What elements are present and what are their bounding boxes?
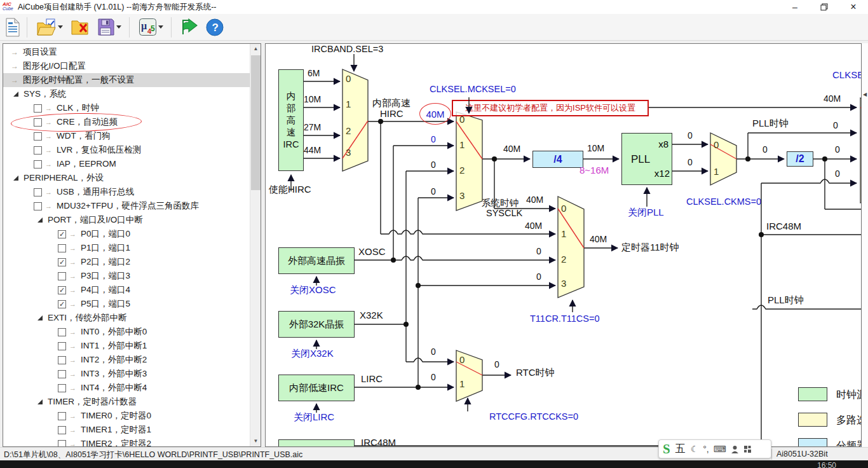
- divider-2-box[interactable]: /2: [787, 151, 813, 167]
- tree-item-8[interactable]: →IAP，EEPROM: [3, 157, 250, 171]
- label-ircband-sel: IRCBAND.SEL=3: [311, 44, 383, 54]
- tree-item-25[interactable]: TIMER，定时器/计数器: [3, 395, 250, 409]
- new-document-icon: [5, 18, 20, 37]
- keil-dropdown-arrow[interactable]: [158, 25, 163, 31]
- tree-item-13[interactable]: ✓→P0口，端口0: [3, 227, 250, 241]
- minimize-button[interactable]: –: [780, 0, 810, 14]
- tree-item-12[interactable]: PORT，端口及I/O口中断: [3, 213, 250, 227]
- item-checkbox[interactable]: [58, 342, 66, 350]
- value-8-16m: 8~16M: [580, 165, 609, 176]
- item-checkbox[interactable]: [34, 104, 42, 113]
- expand-triangle-icon[interactable]: [13, 92, 18, 97]
- person-icon[interactable]: [731, 445, 739, 453]
- ime-mode-wubi[interactable]: 五: [675, 443, 686, 456]
- tree-item-17[interactable]: ✓→P4口，端口4: [3, 283, 250, 297]
- tree-item-23[interactable]: →INT3，外部中断3: [3, 367, 250, 381]
- tree-item-3[interactable]: SYS，系统: [3, 87, 250, 101]
- tree-item-14[interactable]: →P1口，端口1: [3, 241, 250, 255]
- x32k-source-box[interactable]: 外部32K晶振: [278, 311, 355, 338]
- open-dropdown-arrow[interactable]: [58, 25, 63, 31]
- item-checkbox[interactable]: [34, 188, 42, 196]
- save-project-button[interactable]: [95, 16, 125, 39]
- tree-item-1[interactable]: →图形化I/O口配置: [3, 59, 250, 73]
- xosc-source-box[interactable]: 外部高速晶振: [278, 247, 355, 274]
- close-project-button[interactable]: [69, 16, 92, 39]
- tree-item-27[interactable]: →TIMER1，定时器1: [3, 423, 250, 437]
- divider-4-box[interactable]: /4: [532, 151, 583, 168]
- expand-triangle-icon[interactable]: [13, 176, 18, 181]
- hirc-source-box[interactable]: 内 部 高 速 IRC: [278, 69, 304, 171]
- tree-scrollbar[interactable]: ▲ ▼: [250, 44, 261, 446]
- tree-item-5[interactable]: →CRE，自动追频: [3, 115, 250, 129]
- item-arrow-icon: →: [69, 412, 76, 420]
- moon-icon[interactable]: ☾: [691, 444, 699, 454]
- expand-triangle-icon[interactable]: [37, 217, 43, 223]
- expand-triangle-icon[interactable]: [37, 315, 43, 320]
- item-checkbox[interactable]: [58, 426, 66, 434]
- tree-item-9[interactable]: PERIPHERAL，外设: [3, 171, 250, 185]
- item-checkbox[interactable]: ✓: [58, 286, 66, 294]
- scroll-down-arrow[interactable]: ▼: [250, 436, 261, 446]
- tree-item-4[interactable]: →CLK，时钟: [3, 101, 250, 115]
- scrollbar-thumb[interactable]: [251, 55, 261, 190]
- item-checkbox[interactable]: [58, 384, 66, 392]
- tree-item-0[interactable]: →项目设置: [3, 45, 250, 59]
- irc48m-source-box[interactable]: [278, 439, 355, 447]
- item-checkbox[interactable]: [34, 202, 42, 210]
- punctuation-icon[interactable]: °,: [703, 444, 709, 454]
- tree-item-2[interactable]: →图形化时钟配置，一般不设置: [3, 73, 250, 87]
- lirc-source-box[interactable]: 内部低速IRC: [278, 375, 355, 401]
- item-checkbox[interactable]: ✓: [58, 300, 66, 308]
- tree-item-15[interactable]: ✓→P2口，端口2: [3, 255, 250, 269]
- export-project-button[interactable]: [179, 16, 201, 39]
- tree-item-11[interactable]: →MDU32+TFPU，硬件浮点三角函数库: [3, 199, 250, 213]
- keyboard-icon[interactable]: ⌨: [714, 444, 726, 454]
- new-project-button[interactable]: [3, 16, 22, 39]
- svg-text:?: ?: [212, 22, 219, 34]
- tree-item-label: PERIPHERAL，外设: [24, 172, 104, 184]
- item-checkbox[interactable]: [34, 118, 42, 127]
- tree-item-28[interactable]: →TIMER2，定时器2: [3, 437, 250, 447]
- tree-item-7[interactable]: →LVR，复位和低压检测: [3, 143, 250, 157]
- item-checkbox[interactable]: [34, 132, 42, 141]
- ime-toolbar[interactable]: S 五 ☾ °, ⌨: [658, 439, 771, 458]
- open-project-button[interactable]: [35, 16, 66, 39]
- tree-item-10[interactable]: →USB，通用串行总线: [3, 185, 250, 199]
- item-checkbox[interactable]: ✓: [58, 230, 66, 238]
- tree-item-16[interactable]: →P3口，端口3: [3, 269, 250, 283]
- keil-project-button[interactable]: µ 4 5: [137, 16, 166, 39]
- item-checkbox[interactable]: [58, 412, 66, 420]
- item-arrow-icon: →: [69, 258, 76, 266]
- tree-item-6[interactable]: →WDT，看门狗: [3, 129, 250, 143]
- app-window: AICCube AiCube项目创建助手 (V1.01L) --前海方舟智能开发…: [0, 0, 868, 468]
- item-checkbox[interactable]: [34, 146, 42, 155]
- item-checkbox[interactable]: [58, 356, 66, 364]
- help-button[interactable]: ?: [204, 16, 226, 39]
- save-dropdown-arrow[interactable]: [116, 25, 121, 31]
- maximize-button[interactable]: [810, 0, 839, 14]
- tree-item-22[interactable]: →INT2，外部中断2: [3, 353, 250, 367]
- item-checkbox[interactable]: [58, 370, 66, 378]
- item-checkbox[interactable]: [58, 440, 66, 448]
- windows-taskbar[interactable]: 16:50: [0, 460, 868, 468]
- item-checkbox[interactable]: [58, 244, 66, 252]
- tree-item-21[interactable]: →INT1，外部中断1: [3, 339, 250, 353]
- tree-item-18[interactable]: ✓→P5口，端口5: [3, 297, 250, 311]
- sogou-logo-icon[interactable]: S: [663, 441, 670, 457]
- tree-item-20[interactable]: →INT0，外部中断0: [3, 325, 250, 339]
- mux3-num-1: 1: [561, 228, 566, 239]
- mux-right-edge[interactable]: [860, 98, 862, 203]
- item-checkbox[interactable]: [58, 272, 66, 280]
- splitter-collapse-icon[interactable]: ◀: [863, 92, 867, 97]
- tree-item-24[interactable]: →INT4，外部中断4: [3, 381, 250, 395]
- pll-box[interactable]: PLL x8 x12: [621, 133, 672, 185]
- scroll-up-arrow[interactable]: ▲: [250, 44, 261, 54]
- tree-item-19[interactable]: EXTI，传统外部中断: [3, 311, 250, 325]
- item-checkbox[interactable]: [34, 160, 42, 169]
- tree-item-26[interactable]: →TIMER0，定时器0: [3, 409, 250, 423]
- expand-triangle-icon[interactable]: [37, 399, 43, 404]
- grid-icon[interactable]: [743, 445, 752, 453]
- item-checkbox[interactable]: [58, 328, 66, 336]
- close-button[interactable]: ×: [839, 0, 868, 14]
- item-checkbox[interactable]: ✓: [58, 258, 66, 266]
